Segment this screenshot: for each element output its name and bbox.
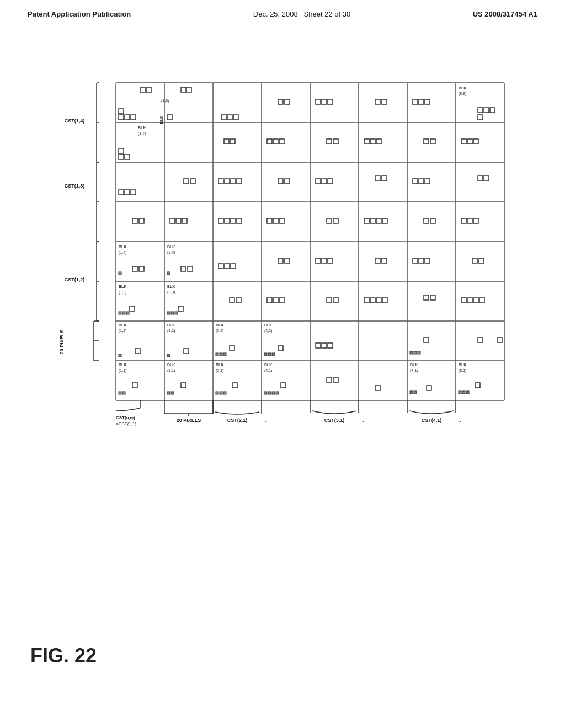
svg-rect-94 bbox=[218, 218, 223, 223]
svg-rect-71 bbox=[184, 179, 189, 184]
svg-text:20 PIXELS: 20 PIXELS bbox=[177, 417, 201, 423]
svg-rect-31 bbox=[233, 115, 238, 120]
svg-rect-76 bbox=[237, 179, 242, 184]
svg-rect-80 bbox=[322, 179, 327, 184]
svg-text:BLK: BLK bbox=[138, 126, 146, 130]
svg-rect-177 bbox=[216, 353, 218, 356]
svg-rect-40 bbox=[419, 99, 424, 104]
svg-rect-105 bbox=[376, 218, 381, 223]
svg-rect-98 bbox=[267, 218, 272, 223]
svg-text:(2,4): (2,4) bbox=[167, 250, 175, 255]
svg-text:(2,2): (2,2) bbox=[167, 329, 175, 333]
svg-rect-91 bbox=[170, 218, 175, 223]
svg-rect-56 bbox=[273, 139, 278, 144]
svg-rect-34 bbox=[316, 99, 321, 104]
svg-text:(1,8): (1,8) bbox=[161, 99, 169, 103]
svg-rect-72 bbox=[190, 179, 195, 184]
svg-rect-169 bbox=[119, 354, 121, 357]
svg-rect-89 bbox=[132, 218, 137, 223]
svg-rect-129 bbox=[328, 258, 333, 263]
svg-text:(1,4): (1,4) bbox=[119, 250, 126, 255]
svg-rect-115 bbox=[139, 266, 144, 271]
svg-rect-79 bbox=[316, 179, 321, 184]
page: Patent Application Publication Dec. 25, … bbox=[0, 0, 565, 728]
svg-rect-182 bbox=[278, 346, 283, 351]
svg-rect-35 bbox=[322, 99, 327, 104]
svg-rect-214 bbox=[264, 392, 267, 394]
svg-rect-73 bbox=[218, 179, 223, 184]
svg-rect-20 bbox=[119, 115, 124, 120]
svg-rect-29 bbox=[221, 115, 226, 120]
svg-rect-189 bbox=[424, 338, 429, 342]
svg-rect-23 bbox=[119, 109, 124, 114]
svg-rect-127 bbox=[316, 258, 321, 263]
svg-rect-59 bbox=[333, 139, 338, 144]
svg-text:CST(4,1): CST(4,1) bbox=[422, 417, 442, 423]
svg-rect-67 bbox=[473, 139, 478, 144]
svg-rect-88 bbox=[484, 176, 489, 181]
svg-text:BLK: BLK bbox=[167, 245, 175, 249]
svg-rect-96 bbox=[231, 218, 236, 223]
svg-rect-136 bbox=[479, 258, 484, 263]
svg-rect-74 bbox=[225, 179, 230, 184]
svg-rect-197 bbox=[132, 383, 137, 388]
svg-rect-68 bbox=[119, 190, 124, 195]
svg-text:~: ~ bbox=[458, 419, 461, 425]
svg-rect-110 bbox=[467, 218, 472, 223]
svg-rect-116 bbox=[119, 272, 121, 275]
svg-rect-65 bbox=[461, 139, 466, 144]
svg-text:BLK: BLK bbox=[119, 363, 126, 367]
figure-label: FIG. 22 bbox=[30, 644, 97, 667]
svg-text:BLK: BLK bbox=[264, 323, 272, 327]
svg-rect-84 bbox=[413, 179, 418, 184]
svg-rect-142 bbox=[126, 312, 129, 314]
svg-rect-198 bbox=[119, 392, 121, 394]
svg-rect-152 bbox=[273, 298, 278, 303]
svg-text:BLK: BLK bbox=[119, 323, 126, 327]
header-patent: US 2008/317454 A1 bbox=[473, 10, 537, 18]
svg-rect-86 bbox=[425, 179, 430, 184]
svg-rect-21 bbox=[125, 115, 130, 120]
svg-rect-231 bbox=[466, 391, 469, 394]
svg-rect-208 bbox=[216, 392, 218, 394]
svg-rect-165 bbox=[479, 298, 484, 303]
svg-rect-66 bbox=[467, 139, 472, 144]
svg-rect-107 bbox=[424, 218, 429, 223]
svg-text:BLK: BLK bbox=[459, 86, 466, 90]
svg-rect-159 bbox=[382, 298, 387, 303]
svg-rect-37 bbox=[375, 99, 380, 104]
svg-rect-106 bbox=[382, 218, 387, 223]
svg-rect-224 bbox=[410, 391, 413, 394]
svg-rect-183 bbox=[264, 353, 267, 356]
svg-rect-163 bbox=[467, 298, 472, 303]
svg-rect-50 bbox=[119, 154, 124, 159]
svg-rect-192 bbox=[418, 351, 420, 354]
svg-rect-36 bbox=[328, 99, 333, 104]
svg-rect-61 bbox=[370, 139, 375, 144]
svg-text:BLK: BLK bbox=[216, 363, 223, 367]
svg-text:CST(3,1): CST(3,1) bbox=[324, 417, 345, 423]
svg-rect-190 bbox=[410, 351, 413, 354]
svg-rect-154 bbox=[327, 298, 332, 303]
svg-rect-122 bbox=[218, 264, 223, 269]
svg-text:=CST(1,1): =CST(1,1) bbox=[116, 421, 136, 426]
svg-text:(7,1): (7,1) bbox=[410, 368, 418, 373]
svg-rect-47 bbox=[478, 115, 483, 120]
svg-rect-230 bbox=[462, 391, 465, 394]
svg-rect-215 bbox=[268, 392, 271, 394]
svg-rect-145 bbox=[178, 306, 183, 311]
svg-rect-219 bbox=[333, 377, 338, 382]
svg-rect-81 bbox=[328, 179, 333, 184]
svg-rect-141 bbox=[122, 312, 125, 314]
svg-rect-53 bbox=[224, 139, 229, 144]
svg-rect-155 bbox=[333, 298, 338, 303]
svg-rect-104 bbox=[370, 218, 375, 223]
svg-rect-162 bbox=[461, 298, 466, 303]
svg-text:CST(u,w): CST(u,w) bbox=[116, 415, 135, 420]
svg-rect-139 bbox=[130, 306, 135, 311]
svg-text:~: ~ bbox=[361, 419, 364, 425]
svg-rect-69 bbox=[125, 190, 130, 195]
svg-text:(3,2): (3,2) bbox=[216, 329, 223, 333]
svg-text:(3,1): (3,1) bbox=[216, 368, 223, 373]
svg-rect-186 bbox=[316, 343, 321, 348]
